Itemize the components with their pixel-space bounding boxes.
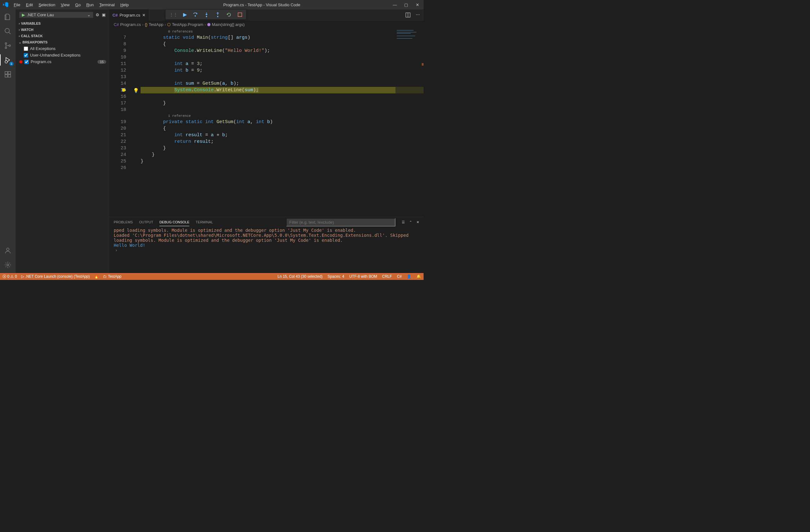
breakpoint-list: All Exceptions User-Unhandled Exceptions…	[16, 45, 109, 65]
search-icon[interactable]	[3, 27, 12, 36]
word-wrap-icon[interactable]: ☰	[402, 220, 405, 224]
debug-console-output[interactable]: pped loading symbols. Module is optimize…	[109, 227, 424, 273]
breakpoint-all-exceptions[interactable]: All Exceptions	[21, 45, 109, 52]
continue-button[interactable]: ▶	[183, 12, 187, 17]
svg-rect-8	[8, 75, 11, 77]
svg-line-1	[9, 32, 11, 34]
debug-console-icon[interactable]: ▣	[102, 13, 106, 17]
svg-point-10	[6, 248, 9, 251]
section-label: WATCH	[21, 28, 33, 32]
lightbulb-icon[interactable]: 💡	[133, 88, 139, 94]
close-button[interactable]: ✕	[415, 2, 420, 7]
status-eol[interactable]: CRLF	[382, 274, 392, 279]
status-cursor[interactable]: Ln 15, Col 43 (30 selected)	[278, 274, 323, 279]
menu-selection[interactable]: Selection	[36, 1, 58, 9]
variables-section[interactable]: › VARIABLES	[16, 20, 109, 27]
callstack-section[interactable]: › CALL STACK	[16, 33, 109, 39]
step-over-button[interactable]	[192, 12, 198, 17]
menu-bar: File Edit Selection View Go Run Terminal…	[11, 1, 131, 9]
extensions-icon[interactable]	[3, 70, 12, 79]
tab-terminal[interactable]: TERMINAL	[196, 219, 213, 226]
status-flame-icon[interactable]: 🔥	[94, 274, 99, 279]
close-panel-icon[interactable]: ✕	[417, 220, 419, 224]
restart-button[interactable]	[226, 12, 232, 17]
status-errors[interactable]: ⓧ 0 ⚠ 0	[2, 274, 17, 279]
status-folder[interactable]: 🗀 TestApp	[103, 274, 121, 279]
collapse-icon[interactable]: ⌃	[409, 220, 412, 224]
source-control-icon[interactable]	[3, 41, 12, 50]
tab-program-cs[interactable]: C# Program.cs ✕	[109, 10, 149, 21]
current-frame-icon	[122, 88, 126, 92]
bp-line-badge: 15	[97, 60, 106, 64]
menu-go[interactable]: Go	[73, 1, 83, 9]
breakpoint-file[interactable]: Program.cs 15	[21, 59, 109, 65]
breadcrumb[interactable]: C# Program.cs › {} TestApp › ⬡ TestApp.P…	[109, 21, 424, 29]
status-lang[interactable]: C#	[397, 274, 402, 279]
code-editor[interactable]: 7 8 9 10 11 12 13 14 15 16 17 18 19 20 2…	[109, 29, 424, 217]
more-icon[interactable]: ⋯	[416, 12, 420, 18]
launch-config-label: .NET Core Lau	[27, 13, 54, 17]
debug-sidebar: ▶ .NET Core Lau ⌄ ⚙ ▣ › VARIABLES › WATC…	[16, 10, 109, 273]
codelens[interactable]: 1 reference	[141, 113, 424, 119]
svg-point-2	[5, 43, 7, 44]
menu-help[interactable]: Help	[118, 1, 131, 9]
class-icon: ⬡	[167, 22, 171, 27]
watch-section[interactable]: › WATCH	[16, 27, 109, 33]
vscode-logo	[2, 2, 9, 8]
debug-toolbar[interactable]: ⋮⋮ ▶	[165, 10, 246, 19]
namespace-icon: {}	[145, 22, 147, 27]
window-title: Program.cs - TestApp - Visual Studio Cod…	[131, 2, 392, 7]
settings-icon[interactable]	[3, 260, 12, 269]
tab-output[interactable]: OUTPUT	[139, 219, 153, 226]
breakpoints-section[interactable]: ⌄ BREAKPOINTS	[16, 39, 109, 45]
close-icon[interactable]: ✕	[142, 13, 146, 17]
filter-input[interactable]	[286, 218, 395, 226]
gear-icon[interactable]: ⚙	[96, 13, 99, 17]
checkbox[interactable]	[25, 60, 29, 64]
bell-icon[interactable]: 🔔	[417, 274, 421, 279]
glyph-margin: 💡	[131, 29, 141, 217]
maximize-button[interactable]: ▢	[404, 2, 409, 7]
tab-debug-console[interactable]: DEBUG CONSOLE	[159, 219, 189, 226]
status-spaces[interactable]: Spaces: 4	[328, 274, 344, 279]
breakpoint-user-unhandled[interactable]: User-Unhandled Exceptions	[21, 52, 109, 59]
status-encoding[interactable]: UTF-8 with BOM	[349, 274, 377, 279]
feedback-icon[interactable]: 👤	[407, 274, 411, 279]
tab-problems[interactable]: PROBLEMS	[114, 219, 133, 226]
svg-point-3	[5, 47, 7, 49]
run-debug-icon[interactable]: 1	[3, 55, 12, 64]
menu-run[interactable]: Run	[84, 1, 96, 9]
minimize-button[interactable]: —	[392, 2, 398, 7]
launch-config-select[interactable]: ▶ .NET Core Lau ⌄	[19, 12, 93, 18]
explorer-icon[interactable]	[3, 13, 12, 21]
status-launch[interactable]: ▷ .NET Core Launch (console) (TestApp)	[21, 274, 90, 279]
section-label: CALL STACK	[21, 34, 43, 38]
section-label: BREAKPOINTS	[22, 40, 48, 44]
svg-point-13	[206, 16, 207, 17]
tab-bar: C# Program.cs ✕ ⋮⋮ ▶	[109, 10, 424, 21]
menu-view[interactable]: View	[59, 1, 72, 9]
checkbox[interactable]	[24, 53, 28, 58]
stop-button[interactable]	[238, 12, 242, 17]
minimap[interactable]	[395, 29, 424, 217]
menu-edit[interactable]: Edit	[23, 1, 35, 9]
svg-point-0	[5, 29, 10, 33]
step-into-button[interactable]	[204, 12, 209, 17]
console-prompt[interactable]: ›	[114, 248, 419, 253]
checkbox[interactable]	[24, 47, 28, 51]
menu-file[interactable]: File	[11, 1, 23, 9]
menu-terminal[interactable]: Terminal	[97, 1, 117, 9]
grip-icon[interactable]: ⋮⋮	[169, 12, 177, 17]
chevron-right-icon: ›	[19, 22, 20, 25]
account-icon[interactable]	[3, 246, 12, 255]
bottom-panel: PROBLEMS OUTPUT DEBUG CONSOLE TERMINAL ☰…	[109, 217, 424, 273]
split-editor-icon[interactable]	[405, 12, 411, 18]
method-icon: ⬢	[207, 22, 211, 27]
bp-label: All Exceptions	[30, 46, 55, 51]
codelens[interactable]: 0 references	[141, 29, 424, 34]
step-out-button[interactable]	[215, 12, 221, 17]
svg-point-11	[7, 264, 9, 266]
code-content[interactable]: 0 references static void Main(string[] a…	[141, 29, 424, 217]
bp-label: Program.cs	[31, 59, 51, 64]
breakpoint-dot-icon	[19, 60, 22, 63]
